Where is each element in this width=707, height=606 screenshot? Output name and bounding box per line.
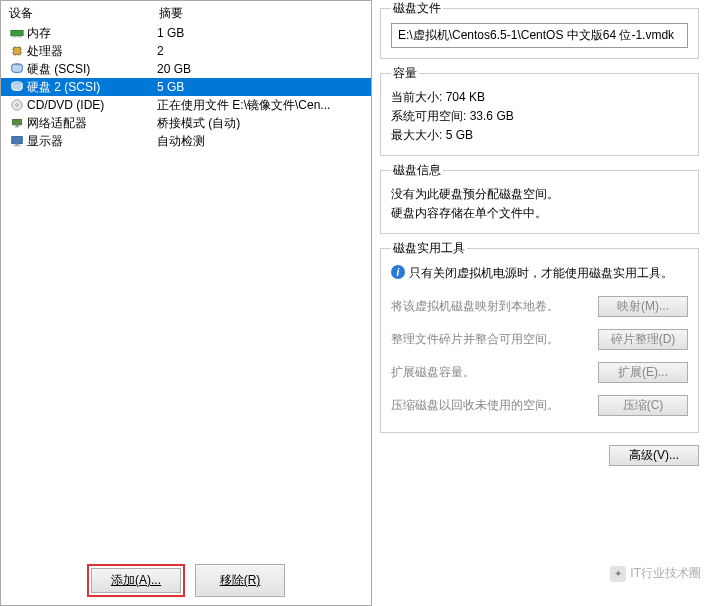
device-name: CD/DVD (IDE) [27, 98, 157, 112]
util-button: 映射(M)... [598, 296, 688, 317]
util-text: 扩展磁盘容量。 [391, 364, 475, 381]
utils-hint-text: 只有关闭虚拟机电源时，才能使用磁盘实用工具。 [409, 265, 673, 282]
disk-info-line-0: 没有为此硬盘预分配磁盘空间。 [391, 185, 688, 204]
svg-rect-1 [12, 36, 13, 38]
device-panel: 设备 摘要 内存1 GB处理器2硬盘 (SCSI)20 GB硬盘 2 (SCSI… [0, 0, 372, 606]
capacity-group: 容量 当前大小: 704 KB 系统可用空间: 33.6 GB 最大大小: 5 … [380, 65, 699, 156]
advanced-button[interactable]: 高级(V)... [609, 445, 699, 466]
svg-rect-4 [17, 36, 18, 38]
util-text: 将该虚拟机磁盘映射到本地卷。 [391, 298, 559, 315]
util-row: 整理文件碎片并整合可用空间。碎片整理(D) [391, 323, 688, 356]
disk-info-line-1: 硬盘内容存储在单个文件中。 [391, 204, 688, 223]
device-list-header: 设备 摘要 [1, 1, 371, 24]
watermark-text: IT行业技术圈 [630, 565, 701, 582]
device-summary: 5 GB [157, 80, 365, 94]
memory-icon [7, 26, 27, 40]
svg-rect-6 [21, 36, 22, 38]
remove-button[interactable]: 移除(R) [195, 564, 285, 597]
svg-rect-7 [14, 48, 21, 55]
add-button-highlight: 添加(A)... [87, 564, 185, 597]
header-device: 设备 [9, 5, 159, 22]
cap-free-label: 系统可用空间: [391, 109, 466, 123]
util-row: 扩展磁盘容量。扩展(E)... [391, 356, 688, 389]
device-name: 显示器 [27, 133, 157, 150]
util-row: 将该虚拟机磁盘映射到本地卷。映射(M)... [391, 290, 688, 323]
disk-icon [7, 80, 27, 94]
advanced-row: 高级(V)... [380, 439, 699, 466]
svg-rect-5 [19, 36, 20, 38]
device-row[interactable]: 硬盘 (SCSI)20 GB [1, 60, 371, 78]
wechat-icon: ✦ [610, 566, 626, 582]
util-button: 压缩(C) [598, 395, 688, 416]
svg-rect-24 [14, 145, 21, 146]
add-button[interactable]: 添加(A)... [91, 568, 181, 593]
cap-current-label: 当前大小: [391, 90, 442, 104]
svg-rect-2 [14, 36, 15, 38]
cd-icon [7, 98, 27, 112]
svg-rect-20 [13, 120, 22, 125]
net-icon [7, 116, 27, 130]
device-name: 内存 [27, 25, 157, 42]
device-summary: 2 [157, 44, 365, 58]
util-button: 碎片整理(D) [598, 329, 688, 350]
device-row[interactable]: 网络适配器桥接模式 (自动) [1, 114, 371, 132]
display-icon [7, 134, 27, 148]
device-row[interactable]: 硬盘 2 (SCSI)5 GB [1, 78, 371, 96]
device-summary: 自动检测 [157, 133, 365, 150]
utils-group: 磁盘实用工具 i 只有关闭虚拟机电源时，才能使用磁盘实用工具。 将该虚拟机磁盘映… [380, 240, 699, 433]
svg-rect-22 [12, 137, 23, 144]
util-button: 扩展(E)... [598, 362, 688, 383]
header-summary: 摘要 [159, 5, 363, 22]
device-name: 处理器 [27, 43, 157, 60]
cpu-icon [7, 44, 27, 58]
info-icon: i [391, 265, 405, 279]
device-row[interactable]: 处理器2 [1, 42, 371, 60]
disk-info-group: 磁盘信息 没有为此硬盘预分配磁盘空间。 硬盘内容存储在单个文件中。 [380, 162, 699, 234]
device-buttons: 添加(A)... 移除(R) [1, 556, 371, 605]
svg-rect-21 [15, 125, 19, 128]
device-summary: 正在使用文件 E:\镜像文件\Cen... [157, 97, 365, 114]
device-row[interactable]: 内存1 GB [1, 24, 371, 42]
svg-rect-23 [15, 144, 19, 146]
disk-file-group: 磁盘文件 E:\虚拟机\Centos6.5-1\CentOS 中文版64 位-1… [380, 0, 699, 59]
device-row[interactable]: CD/DVD (IDE)正在使用文件 E:\镜像文件\Cen... [1, 96, 371, 114]
capacity-free: 系统可用空间: 33.6 GB [391, 107, 688, 126]
watermark: ✦ IT行业技术圈 [610, 565, 701, 582]
cap-free-value: 33.6 GB [470, 109, 514, 123]
details-panel: 磁盘文件 E:\虚拟机\Centos6.5-1\CentOS 中文版64 位-1… [372, 0, 707, 606]
device-summary: 20 GB [157, 62, 365, 76]
cap-current-value: 704 KB [446, 90, 485, 104]
device-summary: 1 GB [157, 26, 365, 40]
capacity-max: 最大大小: 5 GB [391, 126, 688, 145]
device-list: 内存1 GB处理器2硬盘 (SCSI)20 GB硬盘 2 (SCSI)5 GBC… [1, 24, 371, 556]
disk-file-legend: 磁盘文件 [391, 0, 443, 17]
disk-file-path[interactable]: E:\虚拟机\Centos6.5-1\CentOS 中文版64 位-1.vmdk [391, 23, 688, 48]
svg-rect-3 [15, 36, 16, 38]
capacity-current: 当前大小: 704 KB [391, 88, 688, 107]
svg-point-19 [16, 104, 19, 107]
disk-info-legend: 磁盘信息 [391, 162, 443, 179]
utils-hint-row: i 只有关闭虚拟机电源时，才能使用磁盘实用工具。 [391, 263, 688, 290]
device-summary: 桥接模式 (自动) [157, 115, 365, 132]
capacity-legend: 容量 [391, 65, 419, 82]
device-row[interactable]: 显示器自动检测 [1, 132, 371, 150]
device-name: 网络适配器 [27, 115, 157, 132]
cap-max-value: 5 GB [446, 128, 473, 142]
util-row: 压缩磁盘以回收未使用的空间。压缩(C) [391, 389, 688, 422]
device-name: 硬盘 (SCSI) [27, 61, 157, 78]
utils-legend: 磁盘实用工具 [391, 240, 467, 257]
cap-max-label: 最大大小: [391, 128, 442, 142]
svg-rect-0 [11, 30, 23, 35]
device-name: 硬盘 2 (SCSI) [27, 79, 157, 96]
util-text: 压缩磁盘以回收未使用的空间。 [391, 397, 559, 414]
util-text: 整理文件碎片并整合可用空间。 [391, 331, 559, 348]
disk-icon [7, 62, 27, 76]
